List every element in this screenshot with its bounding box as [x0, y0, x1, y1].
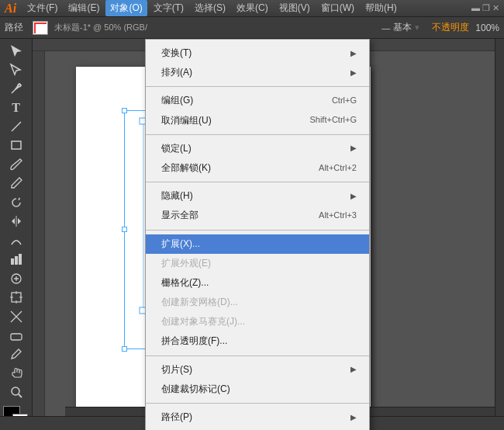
rect-tool[interactable]	[4, 137, 29, 154]
reflect-tool[interactable]	[4, 213, 29, 230]
type-tool[interactable]: T	[4, 99, 29, 116]
svg-rect-6	[19, 254, 22, 265]
menu-create-gradient-mesh: 创建新变网格(D)...	[146, 293, 369, 312]
svg-rect-4	[11, 258, 14, 265]
artboard-tool[interactable]	[4, 289, 29, 306]
toolbar-right: — 基本 ▾ 不透明度 100%	[381, 21, 499, 34]
menu-section-4: 隐藏(H) ▶ 显示全部 Alt+Ctrl+3	[146, 185, 369, 227]
menu-view[interactable]: 视图(V)	[274, 0, 315, 16]
toolbar-row: 路径 未标题-1* @ 50% (RGB/ — 基本 ▾ 不透明度 100%	[0, 17, 504, 39]
main-area: T	[0, 39, 504, 430]
menu-section-7: 路径(P) ▶ 形状(P) ▶ 图案(E) ▶ 混合(B)	[146, 406, 369, 430]
svg-rect-13	[11, 334, 22, 340]
opacity-label: 不透明度	[432, 21, 469, 34]
eraser-tool[interactable]	[4, 327, 29, 344]
selection-tool[interactable]	[4, 42, 29, 59]
menu-section-6: 切片(S) ▶ 创建裁切标记(C)	[146, 359, 369, 401]
object-menu-dropdown: 变换(T) ▶ 排列(A) ▶ 编组(G) Ctrl+G	[145, 39, 370, 430]
direct-select-tool[interactable]	[4, 61, 29, 78]
menu-expand-appearance: 扩展外观(E)	[146, 254, 369, 273]
menu-object[interactable]: 对象(O)	[105, 0, 147, 16]
svg-rect-2	[12, 141, 21, 149]
svg-point-14	[12, 387, 19, 395]
menu-arrange[interactable]: 排列(A) ▶	[146, 63, 369, 82]
doc-info: 未标题-1* @ 50% (RGB/	[54, 22, 147, 33]
line-tool[interactable]	[4, 118, 29, 135]
svg-line-1	[12, 122, 21, 131]
menu-flatten-transparency[interactable]: 拼合透明度(F)...	[146, 331, 369, 351]
menu-file[interactable]: 文件(F)	[22, 0, 62, 16]
menu-shape[interactable]: 形状(P) ▶	[146, 427, 369, 430]
menu-section-1: 变换(T) ▶ 排列(A) ▶	[146, 42, 369, 84]
divider-4	[146, 230, 369, 231]
menu-create-trim-marks[interactable]: 创建裁切标记(C)	[146, 380, 369, 399]
pencil-tool[interactable]	[4, 175, 29, 192]
menu-ungroup[interactable]: 取消编组(U) Shift+Ctrl+G	[146, 111, 369, 130]
rotate-tool[interactable]	[4, 194, 29, 211]
graph-tool[interactable]	[4, 251, 29, 268]
menu-transform[interactable]: 变换(T) ▶	[146, 43, 369, 63]
menu-edit[interactable]: 编辑(E)	[64, 0, 104, 16]
zoom-tool[interactable]	[4, 383, 29, 401]
menu-section-5: 扩展(X)... 扩展外观(E) 栅格化(Z)... 创建新变网格(D)... …	[146, 233, 369, 353]
menu-lock[interactable]: 锁定(L) ▶	[146, 139, 369, 158]
menu-effect[interactable]: 效果(C)	[232, 0, 273, 16]
menu-type[interactable]: 文字(T)	[149, 0, 188, 16]
canvas-area[interactable]: 变换(T) ▶ 排列(A) ▶ 编组(G) Ctrl+G	[33, 39, 504, 430]
divider-1	[146, 86, 369, 87]
menu-slice[interactable]: 切片(S) ▶	[146, 360, 369, 380]
pen-tool[interactable]	[4, 80, 29, 97]
menu-create-mosaic: 创建对象马赛克(J)...	[146, 312, 369, 331]
path-indicator	[33, 21, 48, 35]
title-bar: Ai 文件(F) 编辑(E) 对象(O) 文字(T) 选择(S) 效果(C) 视…	[0, 0, 504, 17]
hand-tool[interactable]	[4, 365, 29, 382]
warp-tool[interactable]	[4, 232, 29, 249]
svg-rect-5	[15, 256, 18, 265]
divider-6	[146, 403, 369, 404]
dropdown-overlay: 变换(T) ▶ 排列(A) ▶ 编组(G) Ctrl+G	[33, 39, 504, 430]
slice-tool[interactable]	[4, 307, 29, 324]
menu-help[interactable]: 帮助(H)	[361, 0, 402, 16]
svg-line-15	[19, 394, 22, 397]
menu-show-all[interactable]: 显示全部 Alt+Ctrl+3	[146, 206, 369, 225]
menu-group[interactable]: 编组(G) Ctrl+G	[146, 91, 369, 110]
paintbrush-tool[interactable]	[4, 156, 29, 173]
menu-section-2: 编组(G) Ctrl+G 取消编组(U) Shift+Ctrl+G	[146, 89, 369, 131]
app-logo: Ai	[5, 2, 16, 16]
window-controls: ▬ ❐ ✕	[471, 3, 499, 13]
opacity-value: 100%	[475, 23, 499, 33]
menu-path[interactable]: 路径(P) ▶	[146, 407, 369, 427]
menu-expand[interactable]: 扩展(X)...	[146, 234, 369, 254]
divider-5	[146, 355, 369, 356]
menu-select[interactable]: 选择(S)	[190, 0, 230, 16]
menu-window[interactable]: 窗口(W)	[316, 0, 359, 16]
menu-hide[interactable]: 隐藏(H) ▶	[146, 186, 369, 206]
menu-unlock-all[interactable]: 全部解锁(K) Alt+Ctrl+2	[146, 158, 369, 178]
divider-3	[146, 182, 369, 182]
left-panel: T	[0, 39, 33, 430]
menu-section-3: 锁定(L) ▶ 全部解锁(K) Alt+Ctrl+2	[146, 137, 369, 179]
path-label: 路径	[5, 21, 23, 34]
symbol-tool[interactable]	[4, 269, 29, 286]
eyedropper-tool[interactable]	[4, 345, 29, 362]
divider-2	[146, 134, 369, 135]
menu-bar: 文件(F) 编辑(E) 对象(O) 文字(T) 选择(S) 效果(C) 视图(V…	[22, 0, 471, 16]
menu-rasterize[interactable]: 栅格化(Z)...	[146, 273, 369, 293]
basic-label: 基本	[393, 21, 412, 34]
